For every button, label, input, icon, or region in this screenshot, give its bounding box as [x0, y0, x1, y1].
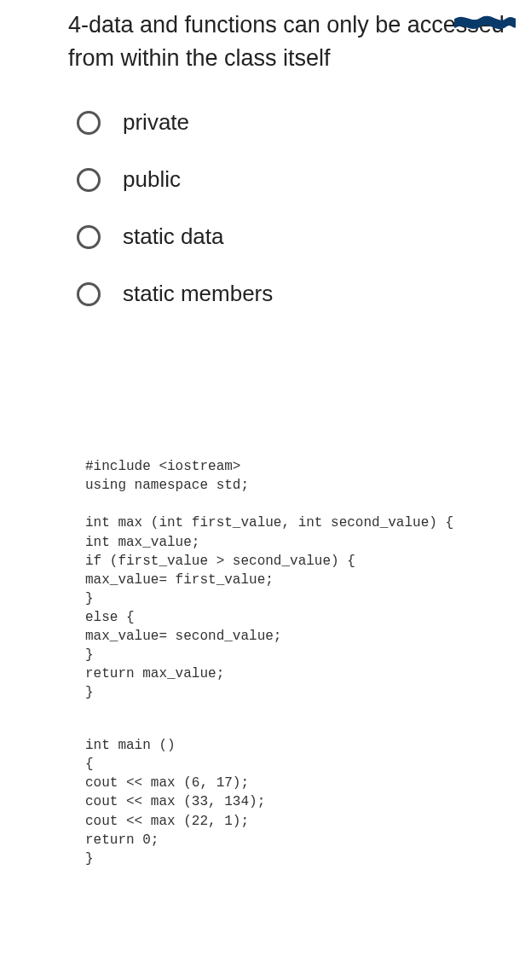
radio-icon: [77, 282, 101, 306]
radio-icon: [77, 168, 101, 192]
option-label: public: [123, 166, 181, 193]
options-list: private public static data static member…: [0, 109, 531, 307]
code-block: #include <iostream> using namespace std;…: [85, 457, 505, 867]
question-text: 4-data and functions can only be accesse…: [68, 12, 505, 71]
code-segment-2: int max (int first_value, int second_val…: [85, 513, 505, 702]
card-divider: [0, 372, 531, 432]
radio-icon: [77, 111, 101, 135]
option-private[interactable]: private: [77, 109, 531, 136]
option-static-members[interactable]: static members: [77, 281, 531, 307]
question-text-container: 4-data and functions can only be accesse…: [0, 9, 531, 75]
code-segment-3: int main () { cout << max (6, 17); cout …: [85, 736, 505, 868]
radio-icon: [77, 225, 101, 249]
option-label: static data: [123, 223, 224, 250]
option-label: static members: [123, 281, 273, 307]
code-segment-1: #include <iostream> using namespace std;: [85, 459, 249, 493]
code-card: #include <iostream> using namespace std;…: [0, 432, 531, 893]
option-static-data[interactable]: static data: [77, 223, 531, 250]
redaction-scribble-icon: [454, 15, 516, 31]
option-label: private: [123, 109, 189, 136]
option-public[interactable]: public: [77, 166, 531, 193]
question-card: 4-data and functions can only be accesse…: [0, 0, 531, 372]
